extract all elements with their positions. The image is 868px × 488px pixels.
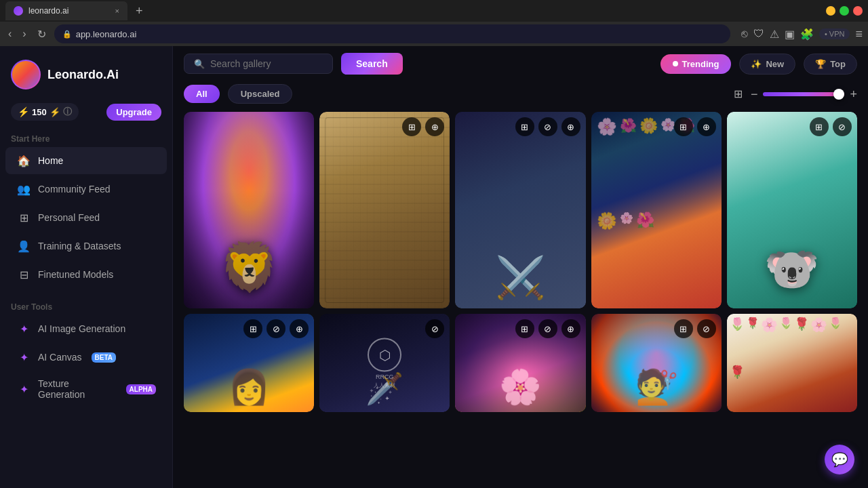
upgrade-button[interactable]: Upgrade (106, 104, 161, 121)
gallery-item-8[interactable]: 🌸 ⊞ ⊘ ⊕ (455, 314, 585, 412)
magic-btn-9[interactable]: ⊞ (674, 319, 693, 338)
gallery-item-10[interactable]: 🌷🌹🌸🌷 🌹🌸🌷🌹 (727, 314, 857, 412)
expand-btn-4[interactable]: ⊕ (697, 117, 716, 136)
training-icon: 👤 (16, 239, 31, 253)
magic-btn-5[interactable]: ⊞ (810, 117, 829, 136)
back-btn[interactable]: ‹ (5, 26, 14, 41)
search-button[interactable]: Search (341, 53, 403, 75)
vpn-badge: • VPN (819, 28, 850, 39)
sidebar-item-community-feed[interactable]: 👥 Community Feed (5, 176, 167, 203)
chat-icon: 💬 (831, 451, 848, 468)
sidebar-item-finetuned[interactable]: ⊟ Finetuned Models (5, 261, 167, 288)
sidebar: Leonardo.Ai ⚡ 150 ⚡ ⓘ Upgrade Start Here… (0, 46, 173, 488)
new-button[interactable]: ✨ New (739, 54, 795, 75)
edit-btn-8[interactable]: ⊘ (538, 319, 557, 338)
home-icon: 🏠 (16, 153, 31, 168)
chat-button[interactable]: 💬 (825, 445, 854, 474)
alert-icon[interactable]: ⚠ (770, 28, 779, 41)
sidebar-item-ai-image[interactable]: ✦ AI Image Generation (5, 315, 167, 342)
personal-icon: ⊞ (16, 210, 31, 225)
zoom-in-btn[interactable]: + (850, 88, 857, 100)
expand-btn-8[interactable]: ⊕ (561, 319, 580, 338)
item-overlay-3: ⊞ ⊘ ⊕ (515, 117, 580, 136)
edit-btn-7[interactable]: ⊘ (425, 319, 444, 338)
image-warrior: ⚔️ (455, 112, 585, 308)
zoom-out-btn[interactable]: − (751, 88, 758, 100)
edit-btn-6[interactable]: ⊘ (267, 319, 285, 338)
magic-btn-6[interactable]: ⊞ (243, 319, 262, 338)
lock-icon: 🔒 (62, 30, 72, 39)
search-box: 🔍 (184, 54, 333, 74)
gallery-item-6[interactable]: 👩 ⊞ ⊘ ⊕ (184, 314, 314, 412)
info-icon[interactable]: ⓘ (63, 106, 72, 118)
sidebar-item-home[interactable]: 🏠 Home (5, 147, 167, 174)
trending-dot (673, 61, 678, 66)
share-icon[interactable]: ⎋ (741, 28, 748, 40)
sidebar-item-training[interactable]: 👤 Training & Datasets (5, 232, 167, 260)
refresh-btn[interactable]: ↻ (35, 26, 49, 42)
sidebar-item-ai-canvas[interactable]: ✦ AI Canvas BETA (5, 344, 167, 371)
expand-btn-6[interactable]: ⊕ (290, 319, 309, 338)
search-input[interactable] (210, 58, 323, 69)
tab-bar: leonardo.ai × + − ⬜ × (0, 0, 868, 22)
minimize-btn[interactable]: − (826, 6, 835, 16)
sidebar-label-ai-image: AI Image Generation (38, 323, 125, 334)
forward-btn[interactable]: › (20, 26, 28, 41)
gallery-item-4[interactable]: 🌸🌺🌼🌸 🌺🌼🌸🌺 ⊞ ⊕ (591, 112, 722, 308)
edit-btn-5[interactable]: ⊘ (833, 117, 852, 136)
topbar: 🔍 Search Trending ✨ New 🏆 Top (173, 46, 868, 81)
extension-icon[interactable]: 🧩 (800, 28, 814, 41)
zoom-slider[interactable] (763, 92, 844, 96)
address-bar-row: ‹ › ↻ 🔒 app.leonardo.ai ⎋ 🛡 ⚠ ▣ 🧩 • VPN … (0, 22, 868, 46)
shield-icon[interactable]: 🛡 (753, 28, 764, 40)
sidebar-item-texture[interactable]: ✦ Texture Generation ALPHA (5, 372, 167, 406)
alpha-badge: ALPHA (126, 384, 156, 394)
gallery-item-5[interactable]: 🐨 ⊞ ⊘ (727, 112, 857, 308)
edit-btn-9[interactable]: ⊘ (697, 319, 716, 338)
sidebar-toggle-icon[interactable]: ▣ (785, 28, 795, 41)
address-bar[interactable]: 🔒 app.leonardo.ai (54, 24, 730, 43)
magic-btn-4[interactable]: ⊞ (674, 117, 693, 136)
new-tab-btn[interactable]: + (130, 4, 149, 18)
top-button[interactable]: 🏆 Top (804, 54, 857, 75)
close-btn[interactable]: × (853, 6, 863, 16)
gallery-item-2[interactable]: ⊞ ⊕ (319, 112, 450, 308)
upscaled-filter-btn[interactable]: Upscaled (228, 84, 293, 104)
sidebar-label-finetuned: Finetuned Models (38, 269, 113, 280)
sidebar-logo: Leonardo.Ai (0, 54, 172, 100)
gallery-item-9[interactable]: 💇 ⊞ ⊘ (591, 314, 722, 412)
active-tab[interactable]: leonardo.ai × (5, 1, 127, 20)
browser-chrome: leonardo.ai × + − ⬜ × ‹ › ↻ 🔒 app.leonar… (0, 0, 868, 46)
image-floral: 🌸🌺🌼🌸 🌺🌼🌸🌺 (591, 112, 722, 308)
browser-actions: ⎋ 🛡 ⚠ ▣ 🧩 • VPN ≡ (741, 27, 863, 41)
expand-btn-2[interactable]: ⊕ (425, 117, 444, 136)
magic-btn-8[interactable]: ⊞ (515, 319, 534, 338)
gallery-item-3[interactable]: ⚔️ ⊞ ⊘ ⊕ (455, 112, 585, 308)
maximize-btn[interactable]: ⬜ (840, 6, 849, 16)
avatar (11, 60, 41, 89)
expand-btn-3[interactable]: ⊕ (561, 117, 580, 136)
gallery-item-1[interactable]: 🦁 (184, 112, 314, 308)
item-overlay-4: ⊞ ⊕ (674, 117, 716, 136)
magic-btn-3[interactable]: ⊞ (515, 117, 534, 136)
credits-bolt: ⚡ (50, 107, 60, 117)
tab-close-btn[interactable]: × (115, 7, 119, 15)
sidebar-item-personal-feed[interactable]: ⊞ Personal Feed (5, 204, 167, 231)
menu-icon[interactable]: ≡ (855, 27, 863, 41)
gallery: 🦁 ⊞ ⊕ (173, 112, 868, 488)
edit-btn-3[interactable]: ⊘ (538, 117, 557, 136)
trending-button[interactable]: Trending (660, 54, 732, 74)
zoom-thumb (833, 89, 844, 100)
credits-row: ⚡ 150 ⚡ ⓘ Upgrade (0, 100, 172, 129)
item-overlay-8: ⊞ ⊘ ⊕ (515, 319, 580, 338)
image-koala: 🐨 (727, 112, 857, 308)
grid-view-icon[interactable]: ⊞ (731, 85, 745, 103)
all-filter-btn[interactable]: All (184, 85, 220, 103)
top-icon: 🏆 (815, 59, 826, 69)
filter-bar: All Upscaled ⊞ − + (173, 81, 868, 112)
magic-btn-2[interactable]: ⊞ (402, 117, 421, 136)
logo-text: Leonardo.Ai (47, 68, 119, 82)
image-egypt (319, 112, 450, 308)
finetuned-icon: ⊟ (16, 267, 31, 282)
gallery-item-7[interactable]: 🗡️ ⬡ RRCG 人人素材 ⊘ (319, 314, 450, 412)
